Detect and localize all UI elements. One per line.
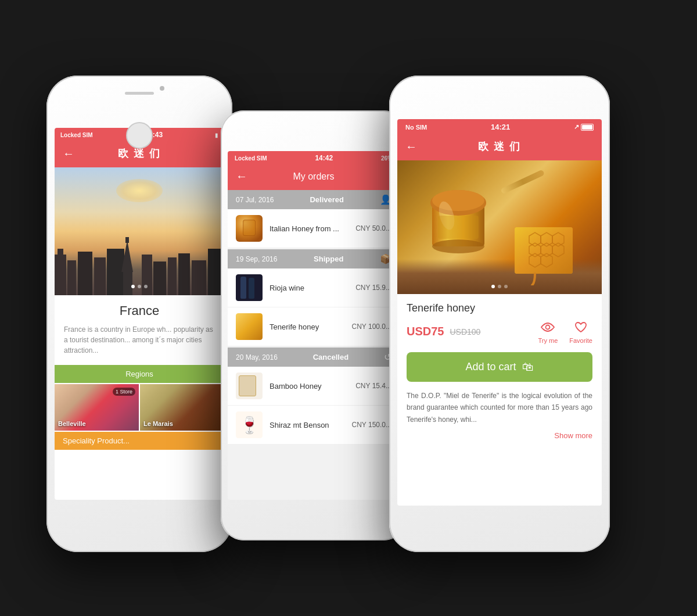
phone-3-screen: No SIM 14:21 ↗ ← 欧 迷 们 <box>397 119 602 506</box>
svg-rect-0 <box>55 255 66 295</box>
order-group-shipped-header: 19 Sep, 2016 Shipped 📦 <box>228 249 400 268</box>
product-info: Tenerife honey USD75 USD100 <box>397 294 602 448</box>
p1-battery: ▮ <box>215 132 218 138</box>
order-group-cancelled: 20 May, 2016 Cancelled ↺ Bamboo Honey CN… <box>228 348 400 445</box>
item-price-shiraz: CNY 150.0... <box>352 421 391 429</box>
france-desc: France is a country in Europe wh... popu… <box>64 324 215 356</box>
tenerife-honey-image <box>236 313 263 340</box>
pricing-row: USD75 USD100 Try me <box>407 319 592 344</box>
try-me-label: Try me <box>538 337 558 344</box>
item-price-bamboo: CNY 15.4... <box>355 382 391 390</box>
item-price-italian-honey: CNY 50.0... <box>355 224 391 232</box>
try-me-button[interactable]: Try me <box>538 319 558 344</box>
p2-status-bar: Locked SIM 14:42 26% <box>228 151 400 164</box>
item-price-tenerife: CNY 100.0... <box>352 323 391 331</box>
france-info: France France is a country in Europe wh.… <box>55 295 224 364</box>
favorite-label: Favorite <box>569 337 592 344</box>
p3-location-icon: ↗ <box>574 123 579 131</box>
speciality-bar[interactable]: Speciality Product... <box>55 432 224 450</box>
order-item-honey-italian[interactable]: Italian Honey from ... CNY 50.0... <box>228 209 400 248</box>
favorite-button[interactable]: Favorite <box>569 319 592 344</box>
p1-carrier: Locked SIM <box>60 132 93 138</box>
honeycomb-svg <box>497 221 590 285</box>
p2-title: My orders <box>253 171 374 182</box>
order-group-delivered: 07 Jul, 2016 Delivered 👤 Italian Honey f… <box>228 190 400 248</box>
svg-rect-2 <box>67 260 76 295</box>
svg-rect-1 <box>58 249 63 255</box>
svg-rect-20 <box>438 216 479 239</box>
order-group-shipped: 19 Sep, 2016 Shipped 📦 Rioja wine CNY 15… <box>228 249 400 346</box>
phone-2: Locked SIM 14:42 26% ← My orders 07 Jul,… <box>221 110 407 540</box>
marais-label: Le Marais <box>143 420 173 427</box>
phone-1-screen: Locked SIM 14:43 ▮ ← 欧 迷 们 <box>55 128 224 500</box>
item-price-rioja: CNY 15.9... <box>355 284 391 292</box>
regions-grid: 1 Store Belleville Le Marais <box>55 384 224 431</box>
product-hero-dots <box>491 285 508 288</box>
svg-rect-10 <box>153 262 166 295</box>
phone-1: Locked SIM 14:43 ▮ ← 欧 迷 们 <box>46 76 232 552</box>
price-original: USD100 <box>450 327 480 336</box>
add-to-cart-button[interactable]: Add to cart 🛍 <box>407 352 592 382</box>
order-date-2: 19 Sep, 2016 <box>236 255 277 263</box>
svg-rect-9 <box>142 255 152 295</box>
order-item-shiraz[interactable]: 🍷 Shiraz mt Benson CNY 150.0... <box>228 406 400 445</box>
svg-rect-11 <box>168 257 177 295</box>
svg-rect-7 <box>125 237 129 243</box>
p2-carrier: Locked SIM <box>235 155 267 162</box>
belleville-label: Belleville <box>58 420 86 427</box>
p3-title: 欧 迷 们 <box>478 139 521 153</box>
price-current: USD75 <box>407 325 444 338</box>
p3-carrier: No SIM <box>405 124 427 131</box>
p2-back-arrow[interactable]: ← <box>236 170 247 183</box>
product-description: The D.O.P. "Miel de Tenerife" is the log… <box>407 390 592 425</box>
add-to-cart-label: Add to cart <box>465 361 516 373</box>
order-item-tenerife[interactable]: Tenerife honey CNY 100.0... <box>228 307 400 346</box>
home-button[interactable] <box>126 122 153 149</box>
order-group-cancelled-header: 20 May, 2016 Cancelled ↺ <box>228 348 400 367</box>
try-me-icon <box>539 319 556 335</box>
rioja-wine-image <box>236 274 263 301</box>
item-name-tenerife: Tenerife honey <box>270 323 345 331</box>
bamboo-honey-image <box>236 373 263 399</box>
product-hero <box>397 160 602 294</box>
italian-honey-image <box>236 215 263 242</box>
order-item-bamboo[interactable]: Bamboo Honey CNY 15.4... <box>228 367 400 406</box>
belleville-store-badge: 1 Store <box>113 388 135 396</box>
order-status-2: Shipped <box>314 255 343 263</box>
p3-battery-area: ↗ <box>574 123 594 131</box>
svg-rect-3 <box>78 252 92 295</box>
svg-rect-8 <box>123 271 132 295</box>
product-actions: Try me Favorite <box>538 319 592 344</box>
item-name-shiraz: Shiraz mt Benson <box>270 421 345 429</box>
svg-point-21 <box>432 239 484 253</box>
honey-jar-svg <box>421 175 496 256</box>
france-hero <box>55 167 224 295</box>
show-more-button[interactable]: Show more <box>407 431 592 440</box>
order-item-rioja[interactable]: Rioja wine CNY 15.9... <box>228 268 400 307</box>
phone-3: No SIM 14:21 ↗ ← 欧 迷 们 <box>389 76 610 552</box>
svg-rect-4 <box>94 257 106 295</box>
order-status-1: Delivered <box>310 195 344 204</box>
speaker <box>125 92 154 95</box>
p1-back-arrow[interactable]: ← <box>63 147 74 160</box>
regions-bar[interactable]: Regions <box>55 365 224 383</box>
p3-header: ← 欧 迷 们 <box>397 134 602 160</box>
p3-status-bar: No SIM 14:21 ↗ <box>397 119 602 134</box>
svg-point-32 <box>546 325 550 330</box>
svg-rect-12 <box>178 253 190 295</box>
france-name: France <box>64 303 215 318</box>
order-date-3: 20 May, 2016 <box>236 353 278 361</box>
region-marais[interactable]: Le Marais <box>140 384 224 431</box>
favorite-icon <box>572 319 590 335</box>
p3-time: 14:21 <box>491 123 510 131</box>
order-date-1: 07 Jul, 2016 <box>236 196 274 204</box>
phone-2-screen: Locked SIM 14:42 26% ← My orders 07 Jul,… <box>228 151 400 500</box>
shiraz-wine-image: 🍷 <box>236 411 263 438</box>
order-group-delivered-header: 07 Jul, 2016 Delivered 👤 <box>228 190 400 209</box>
camera <box>160 86 164 91</box>
region-belleville[interactable]: 1 Store Belleville <box>55 384 139 431</box>
p3-back-arrow[interactable]: ← <box>405 140 417 153</box>
svg-rect-13 <box>192 260 206 295</box>
p2-header: ← My orders <box>228 164 400 190</box>
product-name: Tenerife honey <box>407 302 592 314</box>
